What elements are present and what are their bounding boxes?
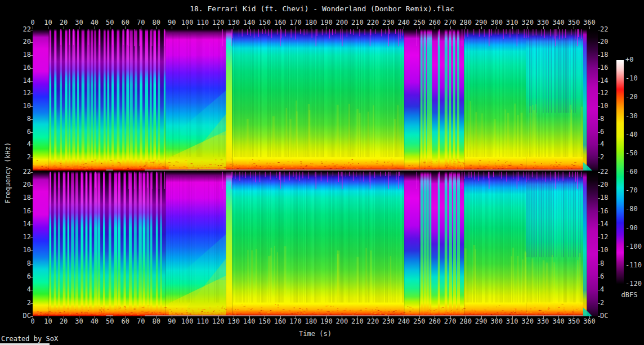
y-tick-mark-left bbox=[30, 316, 33, 317]
y-tick-mark-left bbox=[30, 277, 33, 277]
x-tick-mark-top bbox=[512, 26, 513, 29]
y-tick-label-left: 12 bbox=[12, 89, 31, 96]
y-tick-mark-left bbox=[30, 81, 33, 82]
x-tick-mark-top bbox=[373, 26, 373, 29]
y-tick-mark-right bbox=[598, 172, 600, 173]
y-tick-label-left: 6 bbox=[12, 128, 31, 135]
x-tick-mark-top bbox=[126, 26, 126, 29]
y-tick-label-right: 22 bbox=[600, 26, 620, 33]
y-tick-label-left: 10 bbox=[12, 247, 31, 253]
y-tick-mark-left bbox=[30, 55, 33, 56]
y-tick-mark-right bbox=[598, 198, 600, 199]
x-tick-mark-bottom bbox=[466, 316, 466, 319]
x-tick-mark-top bbox=[558, 26, 559, 29]
y-tick-mark-right bbox=[598, 185, 600, 186]
credit-text: Created by SoX bbox=[1, 335, 58, 343]
y-tick-mark-right bbox=[598, 55, 600, 56]
x-tick-mark-top bbox=[450, 26, 451, 29]
x-tick-mark-bottom bbox=[156, 316, 157, 319]
y-tick-label-left: 20 bbox=[12, 181, 31, 188]
y-tick-mark-right bbox=[598, 238, 600, 238]
y-tick-label-right: 20 bbox=[600, 38, 620, 45]
y-tick-mark-right bbox=[598, 225, 600, 225]
x-tick-mark-top bbox=[218, 26, 219, 29]
x-tick-mark-bottom bbox=[311, 316, 311, 319]
x-tick-mark-bottom bbox=[280, 316, 281, 319]
x-tick-mark-top bbox=[388, 26, 389, 29]
x-tick-mark-bottom bbox=[33, 316, 33, 319]
y-tick-mark-right bbox=[598, 277, 600, 277]
y-tick-mark-left bbox=[30, 145, 33, 145]
x-tick-mark-top bbox=[64, 26, 64, 29]
y-tick-mark-left bbox=[30, 93, 33, 94]
x-tick-mark-top bbox=[296, 26, 296, 29]
x-tick-mark-bottom bbox=[589, 316, 590, 319]
y-tick-mark-right bbox=[598, 68, 600, 69]
y-tick-label-left: DC bbox=[12, 312, 31, 319]
y-tick-mark-right bbox=[598, 158, 600, 158]
x-tick-mark-bottom bbox=[419, 316, 420, 319]
x-tick-mark-bottom bbox=[95, 316, 95, 319]
y-tick-label-right: 2 bbox=[600, 299, 620, 306]
y-tick-mark-right bbox=[598, 303, 600, 304]
y-tick-label-left: 2 bbox=[12, 299, 31, 306]
y-tick-label-left: 14 bbox=[12, 77, 31, 84]
x-tick-mark-bottom bbox=[357, 316, 358, 319]
x-tick-mark-bottom bbox=[558, 316, 559, 319]
y-tick-mark-left bbox=[30, 290, 33, 290]
y-tick-label-left: 22 bbox=[12, 26, 31, 33]
x-tick-mark-bottom bbox=[203, 316, 203, 319]
sox-spectrogram-figure: 18. Ferrari Kid (ft. Chevi) - Wonderland… bbox=[0, 0, 644, 345]
x-tick-mark-top bbox=[311, 26, 311, 29]
y-tick-mark-right bbox=[598, 93, 600, 94]
y-tick-mark-right bbox=[598, 290, 600, 290]
x-tick-label-top: 360 bbox=[580, 19, 598, 26]
y-tick-mark-left bbox=[30, 212, 33, 212]
y-tick-mark-left bbox=[30, 185, 33, 186]
x-tick-mark-bottom bbox=[574, 316, 574, 319]
colorbar-tick-label: +0 bbox=[625, 56, 633, 63]
colorbar-tick-label: -30 bbox=[625, 113, 638, 119]
colorbar-tick-label: -100 bbox=[625, 243, 642, 250]
y-tick-label-left: 22 bbox=[12, 168, 31, 175]
x-tick-mark-top bbox=[234, 26, 234, 29]
x-tick-mark-top bbox=[172, 26, 172, 29]
x-tick-mark-bottom bbox=[450, 316, 451, 319]
x-tick-mark-bottom bbox=[110, 316, 110, 319]
x-tick-mark-top bbox=[187, 26, 188, 29]
x-tick-mark-bottom bbox=[481, 316, 482, 319]
x-tick-mark-bottom bbox=[218, 316, 219, 319]
y-tick-mark-left bbox=[30, 42, 33, 43]
y-tick-mark-left bbox=[30, 68, 33, 69]
y-tick-mark-right bbox=[598, 30, 600, 30]
colorbar-tick-label: -110 bbox=[625, 262, 642, 268]
y-tick-mark-left bbox=[30, 264, 33, 265]
colorbar bbox=[616, 60, 624, 284]
y-tick-mark-right bbox=[598, 119, 600, 120]
y-tick-label-right: 18 bbox=[600, 51, 620, 58]
x-tick-mark-top bbox=[141, 26, 141, 29]
colorbar-tick-label: -10 bbox=[625, 75, 638, 82]
colorbar-unit-label: dBFS bbox=[616, 291, 642, 299]
x-tick-mark-top bbox=[574, 26, 574, 29]
x-tick-mark-bottom bbox=[265, 316, 265, 319]
y-tick-mark-right bbox=[598, 212, 600, 212]
y-tick-mark-right bbox=[598, 316, 600, 317]
x-tick-mark-bottom bbox=[79, 316, 79, 319]
x-tick-mark-bottom bbox=[388, 316, 389, 319]
x-tick-mark-bottom bbox=[296, 316, 296, 319]
x-tick-mark-bottom bbox=[187, 316, 188, 319]
x-tick-mark-top bbox=[79, 26, 79, 29]
x-axis-title: Time (s) bbox=[259, 330, 372, 338]
y-tick-mark-right bbox=[598, 145, 600, 145]
y-tick-label-left: 16 bbox=[12, 208, 31, 214]
x-tick-mark-top bbox=[543, 26, 544, 29]
y-tick-label-left: 2 bbox=[12, 154, 31, 160]
x-tick-mark-bottom bbox=[543, 316, 544, 319]
colorbar-tick-label: -70 bbox=[625, 187, 638, 194]
y-tick-label-left: 18 bbox=[12, 194, 31, 201]
colorbar-tick-label: -50 bbox=[625, 150, 638, 156]
x-tick-mark-top bbox=[327, 26, 327, 29]
x-tick-mark-top bbox=[156, 26, 157, 29]
y-tick-mark-left bbox=[30, 132, 33, 133]
